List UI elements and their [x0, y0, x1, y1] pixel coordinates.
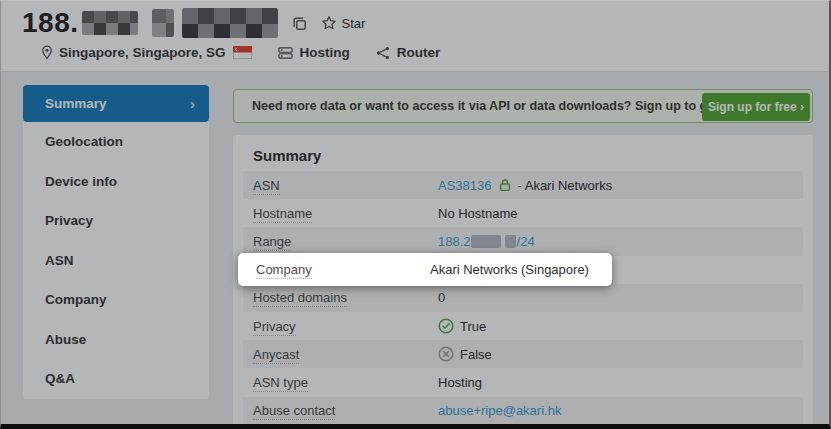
ip-details-page: 188. Star Singapore, Singapore, SG — [0, 0, 831, 429]
dim-overlay — [1, 1, 829, 424]
row-label: Company — [256, 262, 312, 279]
company-row-highlight: Company Akari Networks (Singapore) — [238, 253, 612, 286]
company-value: Akari Networks (Singapore) — [430, 262, 589, 277]
